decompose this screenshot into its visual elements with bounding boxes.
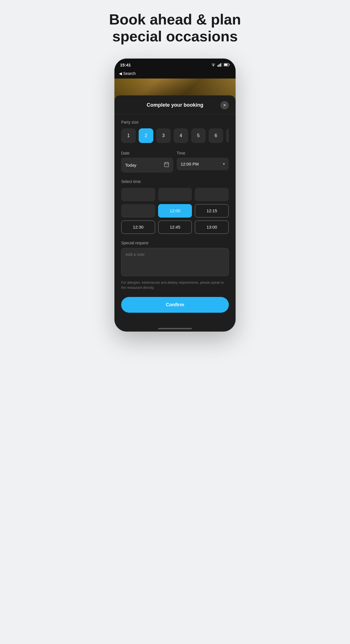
party-btn-1[interactable]: 1 (121, 128, 136, 143)
party-size-row: 1 2 3 4 5 6 7 (121, 128, 229, 143)
time-label: Time (177, 151, 229, 155)
time-slot-1215[interactable]: 12:15 (195, 204, 229, 218)
party-btn-2[interactable]: 2 (139, 128, 153, 143)
home-indicator (114, 325, 236, 332)
time-grid: 12:00 12:15 12:30 12:45 13:00 (121, 188, 229, 234)
nav-bar: ◀ Search (114, 70, 236, 79)
time-slot-empty-2 (158, 188, 192, 201)
time-slot-empty-3 (195, 188, 229, 201)
party-size-section: Party size 1 2 3 4 5 6 7 (121, 120, 229, 143)
status-icons (211, 63, 230, 67)
time-group: Time 12:00 PM ▾ (177, 151, 229, 173)
modal-body: Party size 1 2 3 4 5 6 7 Date Today (114, 114, 236, 318)
signal-icon (218, 63, 222, 67)
party-btn-3[interactable]: 3 (156, 128, 171, 143)
chevron-down-icon: ▾ (223, 162, 225, 166)
modal-header: Complete your booking × (114, 95, 236, 114)
date-group: Date Today (121, 151, 173, 173)
time-value: 12:00 PM (181, 162, 199, 166)
svg-rect-0 (218, 65, 218, 67)
time-slot-1300[interactable]: 13:00 (195, 220, 229, 234)
time-slot-1245[interactable]: 12:45 (158, 220, 192, 234)
modal-title: Complete your booking (130, 102, 220, 108)
special-request-section: Special request For allergies, intoleran… (121, 241, 229, 290)
confirm-button[interactable]: Confirm (121, 297, 229, 313)
date-picker[interactable]: Today (121, 158, 173, 173)
date-value: Today (125, 163, 136, 167)
time-slot-empty-4 (121, 204, 155, 218)
modal-sheet: Complete your booking × Party size 1 2 3… (114, 95, 236, 325)
party-btn-4[interactable]: 4 (174, 128, 188, 143)
status-bar: 15:41 (114, 59, 236, 70)
special-request-note: For allergies, intolerances and dietary … (121, 280, 229, 290)
home-bar (158, 328, 192, 329)
party-size-label: Party size (121, 120, 229, 124)
back-arrow-icon: ◀ (119, 71, 122, 76)
special-request-label: Special request (121, 241, 229, 245)
page-heading: Book ahead & plan special occasions (109, 11, 241, 45)
battery-icon (224, 63, 230, 66)
date-label: Date (121, 151, 173, 155)
back-label: Search (123, 71, 136, 76)
select-time-label: Select time (121, 179, 229, 184)
svg-rect-3 (221, 63, 222, 67)
svg-rect-6 (165, 162, 169, 167)
svg-rect-2 (220, 63, 221, 67)
close-button[interactable]: × (220, 101, 229, 109)
date-time-row: Date Today Tim (121, 151, 229, 173)
phone-frame: 15:41 ◀ (114, 59, 236, 332)
time-slot-empty-1 (121, 188, 155, 201)
svg-rect-5 (224, 64, 228, 66)
back-button[interactable]: ◀ Search (119, 71, 136, 76)
select-time-section: Select time 12:00 12:15 12:30 12:45 13:0… (121, 179, 229, 234)
party-btn-6[interactable]: 6 (209, 128, 223, 143)
calendar-icon (164, 162, 169, 169)
time-slot-1200[interactable]: 12:00 (158, 204, 192, 218)
wifi-icon (211, 63, 216, 67)
svg-rect-1 (219, 64, 220, 67)
party-btn-5[interactable]: 5 (191, 128, 206, 143)
time-slot-1230[interactable]: 12:30 (121, 220, 155, 234)
party-btn-7[interactable]: 7 (226, 128, 229, 143)
status-time: 15:41 (120, 62, 131, 67)
time-picker[interactable]: 12:00 PM ▾ (177, 158, 229, 170)
special-request-input[interactable] (121, 248, 229, 276)
